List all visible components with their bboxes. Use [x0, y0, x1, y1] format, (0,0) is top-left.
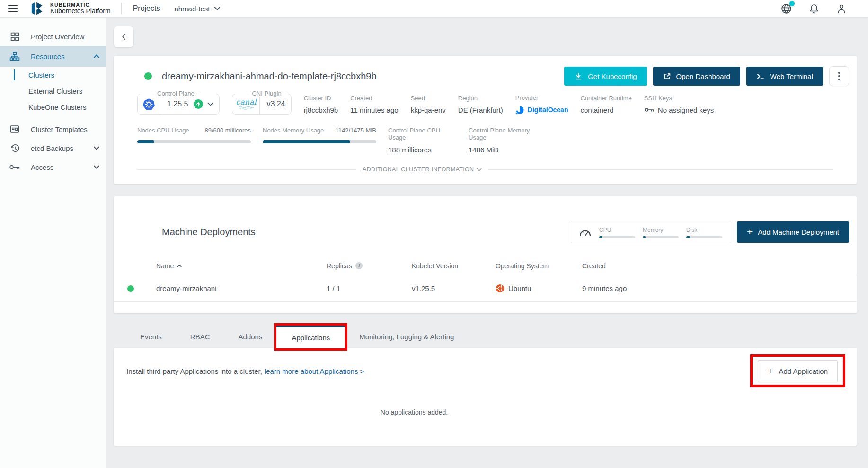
sidebar-item-project-overview[interactable]: Project Overview: [0, 27, 106, 46]
button-label: Get Kubeconfig: [588, 72, 637, 80]
chevron-up-icon: [94, 54, 99, 58]
nodes-memory-usage: Nodes Memory Usage 1142/1475 MiB: [263, 127, 376, 154]
announcements-button[interactable]: [780, 3, 792, 15]
progress-bar: [263, 140, 376, 143]
open-dashboard-button[interactable]: Open Dashboard: [653, 67, 740, 86]
upgrade-available-icon[interactable]: [194, 99, 203, 109]
plus-icon: +: [768, 366, 773, 376]
machine-deployments-card: Machine Deployments CPU Memory: [114, 196, 857, 313]
hamburger-icon: [8, 3, 18, 14]
tab-applications[interactable]: Applications: [276, 326, 345, 348]
projects-nav-link[interactable]: Projects: [133, 4, 160, 13]
digitalocean-icon: [515, 106, 524, 115]
chevron-down-icon: [94, 165, 99, 169]
kubermatic-logo: [30, 1, 45, 16]
md-health-dot: [127, 285, 134, 292]
info-icon[interactable]: i: [355, 262, 363, 269]
md-operating-system: Ubuntu: [496, 284, 582, 293]
sidebar-item-kubeone-clusters[interactable]: KubeOne Clusters: [0, 99, 106, 115]
md-replicas: 1 / 1: [327, 284, 412, 292]
add-machine-deployment-button[interactable]: + Add Machine Deployment: [737, 221, 849, 243]
column-header-created: Created: [582, 262, 857, 270]
sidebar-label: Project Overview: [31, 33, 84, 41]
cluster-tabs: Events RBAC Addons Applications Monitori…: [126, 326, 857, 348]
sidebar-label: etcd Backups: [31, 144, 73, 152]
control-plane-version: 1.25.5: [160, 100, 194, 108]
learn-more-applications-link[interactable]: learn more about Applications >: [265, 367, 364, 375]
chevron-down-icon: [477, 168, 482, 171]
cluster-actions-menu-button[interactable]: [829, 66, 849, 86]
chevron-down-icon: [214, 7, 220, 10]
column-header-replicas: Replicas i: [327, 262, 412, 270]
cluster-name: dreamy-mirzakhani-ahmad-do-template-rj8c…: [162, 71, 377, 82]
user-menu-button[interactable]: [836, 3, 847, 15]
terminal-icon: [756, 72, 765, 80]
sidebar-item-etcd-backups[interactable]: etcd Backups: [0, 139, 106, 158]
cluster-health-dot: [144, 72, 152, 80]
md-created: 9 minutes ago: [582, 284, 857, 292]
sidebar-item-cluster-templates[interactable]: Cluster Templates: [0, 120, 106, 139]
legend-cpu: CPU: [599, 227, 635, 238]
sidebar-label: Cluster Templates: [31, 125, 88, 133]
button-label: Open Dashboard: [676, 72, 730, 80]
canal-logo: canal: [232, 94, 260, 114]
md-name: dreamy-mirzakhani: [156, 284, 327, 292]
tab-addons[interactable]: Addons: [224, 326, 277, 348]
sidebar-item-resources[interactable]: Resources: [0, 46, 106, 67]
tab-rbac[interactable]: RBAC: [176, 326, 224, 348]
meta-created: Created 11 minutes ago: [350, 95, 398, 114]
column-header-kubelet-version: Kubelet Version: [412, 262, 496, 270]
divider: [488, 169, 833, 170]
sidebar-item-external-clusters[interactable]: External Clusters: [0, 83, 106, 99]
empty-state-text: No applications added.: [381, 408, 448, 416]
column-header-name[interactable]: Name: [156, 262, 327, 270]
topbar-actions: [780, 3, 860, 15]
nodes-cpu-usage: Nodes CPU Usage 89/600 millicores: [137, 127, 251, 154]
sidebar-label: Resources: [31, 53, 65, 61]
chevron-down-icon[interactable]: [207, 102, 213, 106]
chevron-down-icon: [94, 146, 99, 150]
button-label: Add Application: [779, 367, 828, 375]
md-kubelet-version: v1.25.5: [412, 284, 496, 292]
notifications-button[interactable]: [808, 3, 820, 15]
download-icon: [574, 72, 583, 80]
add-application-button[interactable]: + Add Application: [758, 360, 838, 382]
additional-cluster-information-toggle[interactable]: ADDITIONAL CLUSTER INFORMATION: [137, 166, 833, 173]
meta-region: Region DE (Frankfurt): [458, 95, 503, 114]
key-icon: [9, 164, 20, 170]
sidebar-label: External Clusters: [28, 87, 82, 95]
machine-deployment-row[interactable]: dreamy-mirzakhani 1 / 1 v1.25.5 Ubuntu 9…: [114, 275, 857, 302]
topbar: KUBERMATIC Kubernetes Platform Projects …: [0, 0, 868, 18]
legend-disk: Disk: [686, 227, 722, 238]
sidebar-item-clusters[interactable]: Clusters: [0, 67, 106, 83]
project-selector-value: ahmad-test: [174, 5, 210, 13]
applications-panel: Install third party Applications into a …: [114, 348, 857, 446]
progress-bar: [137, 140, 251, 143]
control-plane-label: Control Plane: [154, 90, 198, 97]
button-label: Web Terminal: [770, 72, 813, 80]
back-button[interactable]: [114, 26, 133, 47]
control-plane-memory-usage: Control Plane Memory Usage 1486 MiB: [469, 127, 537, 154]
meta-provider: Provider DigitalOcean: [515, 94, 568, 115]
tab-events[interactable]: Events: [126, 326, 176, 348]
provider-name: DigitalOcean: [528, 106, 568, 114]
web-terminal-button[interactable]: Web Terminal: [746, 67, 823, 86]
cni-plugin-label: CNI Plugin: [248, 90, 284, 97]
get-kubeconfig-button[interactable]: Get Kubeconfig: [564, 67, 647, 86]
sort-ascending-icon: [177, 265, 182, 267]
control-plane-cpu-usage: Control Plane CPU Usage 188 millicores: [388, 127, 457, 154]
main-content: dreamy-mirzakhani-ahmad-do-template-rj8c…: [106, 18, 868, 468]
chevron-left-icon: [121, 33, 126, 41]
sidebar-item-access[interactable]: Access: [0, 158, 106, 177]
grid-icon: [9, 32, 20, 42]
machine-deployments-table-header: Name Replicas i Kubelet Version Operatin…: [114, 256, 857, 275]
tab-monitoring-logging-alerting[interactable]: Monitoring, Logging & Alerting: [345, 326, 468, 348]
gauge-icon: [579, 228, 592, 237]
meta-seed: Seed kkp-qa-env: [411, 95, 446, 114]
meta-container-runtime: Container Runtime containerd: [580, 95, 631, 114]
hamburger-menu-button[interactable]: [8, 3, 18, 14]
project-selector[interactable]: ahmad-test: [174, 5, 220, 13]
applications-intro-text: Install third party Applications into a …: [126, 367, 364, 375]
control-plane-version-box[interactable]: Control Plane 1.25.5: [137, 94, 220, 115]
key-icon: [644, 107, 655, 113]
